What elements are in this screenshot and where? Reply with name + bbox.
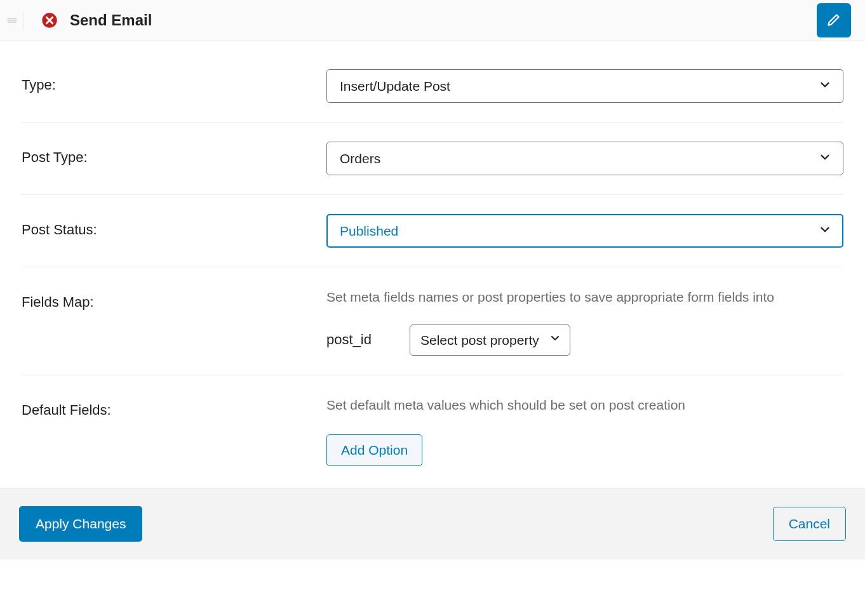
row-type: Type: Insert/Update Post — [22, 69, 843, 123]
row-fields-map: Fields Map: Set meta fields names or pos… — [22, 286, 843, 375]
select-type[interactable]: Insert/Update Post — [326, 69, 843, 103]
row-post-type: Post Type: Orders — [22, 142, 843, 195]
row-default-fields: Default Fields: Set default meta values … — [22, 394, 843, 467]
panel-footer: Apply Changes Cancel — [0, 488, 865, 559]
label-type: Type: — [22, 69, 326, 93]
cancel-button[interactable]: Cancel — [773, 507, 846, 541]
select-post-property[interactable]: Select post property — [410, 325, 570, 356]
label-fields-map: Fields Map: — [22, 286, 326, 311]
pencil-icon — [826, 11, 842, 30]
drag-handle-icon[interactable] — [0, 11, 24, 29]
helper-default-fields: Set default meta values which should be … — [326, 394, 843, 416]
label-post-type: Post Type: — [22, 142, 326, 166]
fields-map-key: post_id — [326, 331, 372, 348]
panel-title: Send Email — [70, 11, 152, 29]
label-post-status: Post Status: — [22, 214, 326, 238]
add-option-button[interactable]: Add Option — [326, 434, 422, 466]
label-default-fields: Default Fields: — [22, 394, 326, 418]
edit-button[interactable] — [817, 3, 851, 37]
select-post-type-wrap: Orders — [326, 142, 843, 175]
helper-fields-map: Set meta fields names or post properties… — [326, 286, 843, 308]
panel-header: Send Email — [0, 0, 865, 41]
select-post-status[interactable]: Published — [326, 214, 843, 248]
panel-body: Type: Insert/Update Post Post Type: Orde… — [0, 41, 865, 488]
row-post-status: Post Status: Published — [22, 214, 843, 267]
apply-changes-button[interactable]: Apply Changes — [19, 506, 142, 542]
select-post-status-wrap: Published — [326, 214, 843, 248]
select-post-type[interactable]: Orders — [326, 142, 843, 175]
select-type-wrap: Insert/Update Post — [326, 69, 843, 103]
close-icon[interactable] — [41, 11, 58, 29]
fields-map-select-wrap: Select post property — [410, 325, 570, 356]
fields-map-item: post_id Select post property — [326, 325, 843, 356]
